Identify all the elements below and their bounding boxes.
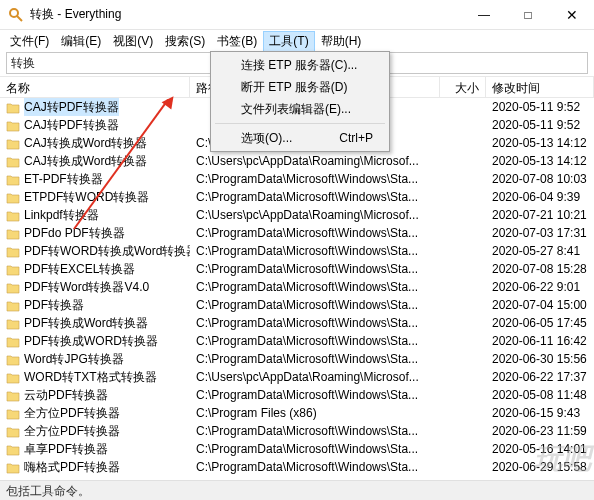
file-date: 2020-07-21 10:21 [486,206,594,224]
table-row[interactable]: 嗨格式PDF转换器C:\ProgramData\Microsoft\Window… [0,458,594,476]
table-row[interactable]: Word转JPG转换器C:\ProgramData\Microsoft\Wind… [0,350,594,368]
table-row[interactable]: ETPDF转WORD转换器C:\ProgramData\Microsoft\Wi… [0,188,594,206]
file-date: 2020-06-04 9:39 [486,188,594,206]
file-name: PDFdo PDF转换器 [24,224,125,242]
folder-icon [6,425,20,437]
table-row[interactable]: 奇客PDF转换器C:\ProgramData\Microsoft\Windows… [0,476,594,478]
file-size [440,476,486,478]
file-path: C:\ProgramData\Microsoft\Windows\Sta... [190,350,440,368]
col-date[interactable]: 修改时间 [486,77,594,97]
file-date: 2020-05-27 8:41 [486,242,594,260]
folder-icon [6,371,20,383]
table-row[interactable]: 卓享PDF转换器C:\ProgramData\Microsoft\Windows… [0,440,594,458]
file-name: 云动PDF转换器 [24,386,108,404]
file-name: Linkpdf转换器 [24,206,99,224]
file-size [440,332,486,350]
menu-file[interactable]: 文件(F) [4,31,55,52]
file-size [440,116,486,134]
folder-icon [6,299,20,311]
file-path: C:\ProgramData\Microsoft\Windows\Sta... [190,314,440,332]
menu-edit[interactable]: 编辑(E) [55,31,107,52]
file-path: C:\Users\pc\AppData\Roaming\Microsof... [190,368,440,386]
file-path: C:\ProgramData\Microsoft\Windows\Sta... [190,170,440,188]
menu-help[interactable]: 帮助(H) [315,31,368,52]
svg-line-1 [17,16,22,21]
table-row[interactable]: PDF转WORD转换成Word转换器C:\ProgramData\Microso… [0,242,594,260]
file-name: CAJ转PDF转换器 [24,98,119,116]
file-size [440,134,486,152]
file-size [440,206,486,224]
folder-icon [6,263,20,275]
table-row[interactable]: PDF转EXCEL转换器C:\ProgramData\Microsoft\Win… [0,260,594,278]
file-path: C:\Users\pc\AppData\Roaming\Microsof... [190,206,440,224]
table-row[interactable]: 全方位PDF转换器C:\ProgramData\Microsoft\Window… [0,422,594,440]
window-title: 转换 - Everything [30,6,462,23]
folder-icon [6,407,20,419]
folder-icon [6,101,20,113]
file-path: C:\ProgramData\Microsoft\Windows\Sta... [190,260,440,278]
menu-search[interactable]: 搜索(S) [159,31,211,52]
menu-separator [215,123,385,124]
file-date: 2020-06-23 11:59 [486,422,594,440]
file-date: 2020-06-15 9:43 [486,404,594,422]
file-path: C:\ProgramData\Microsoft\Windows\Sta... [190,476,440,478]
file-date: 2020-05-11 9:52 [486,116,594,134]
file-name: PDF转换成WORD转换器 [24,332,158,350]
shortcut-label: Ctrl+P [339,131,373,145]
folder-icon [6,119,20,131]
menu-tools[interactable]: 工具(T) [263,31,314,52]
file-name: ET-PDF转换器 [24,170,103,188]
minimize-button[interactable]: — [462,0,506,30]
file-size [440,422,486,440]
menu-disconnect-etp[interactable]: 断开 ETP 服务器(D) [213,76,387,98]
table-row[interactable]: PDFdo PDF转换器C:\ProgramData\Microsoft\Win… [0,224,594,242]
file-date: 2020-05-16 14:01 [486,440,594,458]
file-size [440,350,486,368]
file-path: C:\ProgramData\Microsoft\Windows\Sta... [190,386,440,404]
file-list[interactable]: CAJ转PDF转换器2020-05-11 9:52CAJ转PDF转换器2020-… [0,98,594,478]
table-row[interactable]: 云动PDF转换器C:\ProgramData\Microsoft\Windows… [0,386,594,404]
file-date: 2020-06-22 17:37 [486,368,594,386]
file-path: C:\ProgramData\Microsoft\Windows\Sta... [190,332,440,350]
table-row[interactable]: PDF转换成WORD转换器C:\ProgramData\Microsoft\Wi… [0,332,594,350]
file-date: 2020-07-03 17:31 [486,224,594,242]
table-row[interactable]: PDF转换成Word转换器C:\ProgramData\Microsoft\Wi… [0,314,594,332]
menu-options[interactable]: 选项(O)... Ctrl+P [213,127,387,149]
file-size [440,98,486,116]
table-row[interactable]: PDF转Word转换器V4.0C:\ProgramData\Microsoft\… [0,278,594,296]
file-name: PDF转Word转换器V4.0 [24,278,149,296]
col-size[interactable]: 大小 [440,77,486,97]
menu-connect-etp[interactable]: 连接 ETP 服务器(C)... [213,54,387,76]
table-row[interactable]: ET-PDF转换器C:\ProgramData\Microsoft\Window… [0,170,594,188]
table-row[interactable]: Linkpdf转换器C:\Users\pc\AppData\Roaming\Mi… [0,206,594,224]
table-row[interactable]: WORD转TXT格式转换器C:\Users\pc\AppData\Roaming… [0,368,594,386]
folder-icon [6,155,20,167]
file-path: C:\ProgramData\Microsoft\Windows\Sta... [190,422,440,440]
col-name[interactable]: 名称 [0,77,190,97]
svg-point-0 [10,9,18,17]
folder-icon [6,443,20,455]
folder-icon [6,191,20,203]
table-row[interactable]: CAJ转换成Word转换器C:\Users\pc\AppData\Roaming… [0,152,594,170]
tools-dropdown: 连接 ETP 服务器(C)... 断开 ETP 服务器(D) 文件列表编辑器(E… [210,51,390,152]
menu-view[interactable]: 视图(V) [107,31,159,52]
maximize-button[interactable]: □ [506,0,550,30]
file-size [440,368,486,386]
table-row[interactable]: PDF转换器C:\ProgramData\Microsoft\Windows\S… [0,296,594,314]
file-date: 2020-07-04 11:44 [486,476,594,478]
file-size [440,278,486,296]
file-path: C:\ProgramData\Microsoft\Windows\Sta... [190,224,440,242]
file-size [440,260,486,278]
folder-icon [6,137,20,149]
folder-icon [6,281,20,293]
file-date: 2020-07-08 10:03 [486,170,594,188]
table-row[interactable]: 全方位PDF转换器C:\Program Files (x86)2020-06-1… [0,404,594,422]
close-button[interactable]: ✕ [550,0,594,30]
file-name: 嗨格式PDF转换器 [24,458,120,476]
file-path: C:\Program Files (x86) [190,404,440,422]
menu-bookmarks[interactable]: 书签(B) [211,31,263,52]
menu-filelist-editor[interactable]: 文件列表编辑器(E)... [213,98,387,120]
file-name: PDF转EXCEL转换器 [24,260,135,278]
file-size [440,440,486,458]
folder-icon [6,461,20,473]
